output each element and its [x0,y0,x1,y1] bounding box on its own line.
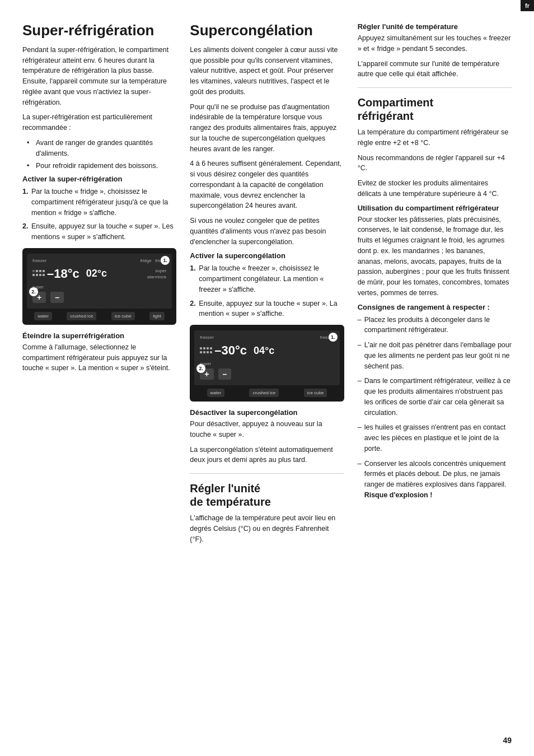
compartiment-para3: Evitez de stocker les produits alimentai… [358,178,512,199]
regler-right-title: Régler l'unité de température [358,22,512,31]
btn-minus-1: – [50,292,64,303]
consignes-title: Consignes de rangement à respecter : [358,303,512,311]
page-number: 49 [503,736,512,745]
freezer-label-2a: freezer [200,335,214,340]
step-number-1: 1. [161,256,170,265]
page-container: fr Super-réfrigération Pendant la super-… [0,0,534,756]
utilisation-title: Utilisation du compartiment réfrigérateu… [358,204,512,212]
activate-step-1: Par la touche « fridge », choisissez le … [22,186,176,218]
freezer-label: freezer [32,258,46,263]
consignes-dash-list: Placez les produits à décongeler dans le… [358,315,512,501]
supercongel-para3: 4 à 6 heures suffisent généralement. Cep… [190,158,344,211]
btn-water-2: water [207,389,225,397]
btn-light-1: light [149,312,165,320]
supercongel-para2: Pour qu'il ne se produise pas d'augmenta… [190,102,344,155]
regler-right-para2: L'appareil commute sur l'unité de tempér… [358,59,512,80]
activate-step-2: Ensuite, appuyez sur la touche « super »… [22,221,176,242]
dash-item-4: les huiles et graisses n'entrent pas en … [358,422,512,454]
btn-icecube-1: ice cube [111,312,135,320]
deactivate-supercongel-title: Désactiver la supercongélation [190,408,344,417]
dash-item-3: Dans le compartiment réfrigérateur, veil… [358,376,512,418]
col-right: Régler l'unité de température Appuyez si… [358,22,512,549]
col-mid: Supercongélation Les aliments doivent co… [190,22,344,549]
deactivate-para: Comme à l'allumage, sélectionnez le comp… [22,342,176,374]
step-number-2: 2. [29,287,38,296]
deactivate-title: Éteindre la superréfrigération [22,332,176,340]
display-buttons-row-1: water crushed ice ice cube light [27,312,172,320]
activate-steps-list: Par la touche « fridge », choisissez le … [22,186,176,242]
btn-minus-2: – [218,368,232,380]
temp-right-2: 04°c [254,345,274,357]
deactivate-supercongel-para1: Pour désactiver, appuyez à nouveau sur l… [190,419,344,440]
btn-water-1: water [34,312,52,320]
bullet-item-1: Avant de ranger de grandes quantités d'a… [31,138,176,159]
regler-mid-para: L'affichage de la température peut avoir… [190,513,344,544]
activate-supercongel-steps: Par la touche « freezer », choisissez le… [190,263,344,319]
supercongel-para1: Les aliments doivent congeler à cœur aus… [190,45,344,97]
lang-badge: fr [521,0,534,11]
display-screen-2: 1. freezer freezer –30°c 04°c [194,330,339,385]
supercongel-para4: Si vous ne voulez congeler que de petite… [190,216,344,247]
supercongel-step-1: Par la touche « freezer », choisissez le… [190,263,344,295]
divider-1 [190,473,344,474]
supercongel-step-2: Ensuite, appuyez sur la touche « super »… [190,298,344,320]
bullet-item-2: Pour refroidir rapidement des boissons. [31,161,176,171]
temp-left-2: –30°c [214,343,247,358]
activate-super-ref-title: Activer la super-réfrigération [22,175,176,183]
super-refrigeration-title: Super-réfrigération [22,22,176,39]
display-panel-2: 1. freezer freezer –30°c 04°c [190,325,344,402]
deactivate-supercongel-para2: La supercongélation s'éteint automatique… [190,445,344,466]
divider-2 [358,87,512,88]
dash-item-5: Conserver les alcools concentrés uniquem… [358,459,512,501]
dash-item-1: Placez les produits à décongeler dans le… [358,315,512,336]
display-screen-1: 1. freezer fridge fridge –18°c 02°c [27,254,172,309]
risque-bold: Risque d'explosion ! [364,491,433,499]
btn-icecube-2: ice cube [304,389,327,397]
btn-crushed-2: crushed ice [249,389,279,397]
super-ref-bullet-list: Avant de ranger de grandes quantités d'a… [31,138,176,171]
display-panel-1: 1. freezer fridge fridge –18°c 02°c [22,248,176,325]
super-ref-para2: La super-réfrigération est particulièrem… [22,112,176,133]
temp-left-1: –18°c [47,267,79,281]
compartiment-para2: Nous recommandons de régler l'appareil s… [358,153,512,174]
regler-right-para1: Appuyez simultanément sur les touches « … [358,33,512,54]
dash-item-2: L'air ne doit pas pénétrer dans l'emball… [358,340,512,371]
compartiment-title: Compartiment réfrigérant [358,96,512,123]
compartiment-para1: La température du compartiment réfrigéra… [358,127,512,148]
temp-right-1: 02°c [86,268,107,279]
regler-title: Régler l'unité de température [190,482,344,508]
step-number-1-b: 1. [329,333,338,342]
activate-supercongel-title: Activer la supercongélation [190,251,344,260]
super-ref-para1: Pendant la super-réfrigération, le compa… [22,45,176,108]
btn-crushed-1: crushed ice [67,312,96,320]
super-label-2: super [200,361,334,366]
supercongel-title: Supercongélation [190,22,344,39]
display-buttons-row-2: water crushed ice ice cube [194,389,339,397]
utilisation-para: Pour stocker les pâtisseries, plats préc… [358,214,512,298]
col-left: Super-réfrigération Pendant la super-réf… [22,22,176,549]
